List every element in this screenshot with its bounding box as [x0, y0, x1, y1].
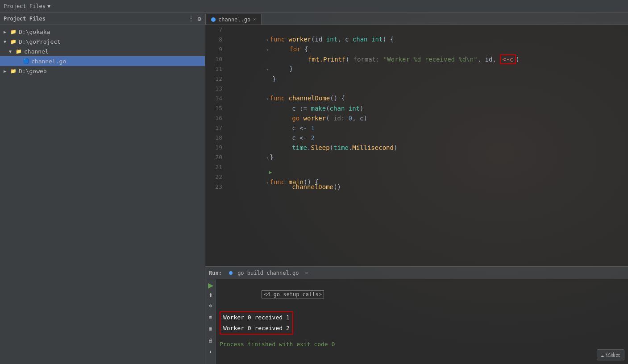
- tree-label-channel-go: channel.go: [31, 58, 66, 65]
- line-num-7: 7: [205, 25, 228, 35]
- run-tab[interactable]: go build channel.go ×: [225, 269, 312, 277]
- console-exit-line: Process finished with exit code 0: [220, 340, 624, 349]
- console-icon-5[interactable]: ⬇: [206, 347, 215, 356]
- sidebar-header-title: Project Files: [4, 16, 46, 22]
- paren-close-10: ): [516, 56, 520, 63]
- top-bar-arrow: ▼: [47, 3, 50, 9]
- line-num-15: 15: [205, 103, 228, 113]
- top-bar: Project Files ▼: [0, 0, 628, 12]
- comma-16: , c): [352, 115, 367, 122]
- highlight-recv: <-c: [500, 54, 516, 64]
- arrow-channel-go: [16, 59, 22, 64]
- line-num-20: 20: [205, 153, 228, 162]
- arrow-channel: ▼: [9, 49, 15, 54]
- fn-channeldome-23: channelDome: [292, 183, 333, 190]
- str-10: "Worker %d received %d\n": [383, 56, 478, 63]
- console-area: <4 go setup calls> Worker 0 received 1 W…: [216, 279, 628, 364]
- brand-text: 亿速云: [606, 352, 620, 358]
- tree-label-goproject: D:\goProject: [19, 38, 61, 45]
- console-output-line-1: Worker 0 received 1: [220, 312, 292, 323]
- line-num-19: 19: [205, 143, 228, 153]
- type-chan-8: chan int: [353, 36, 383, 43]
- paren-8: (: [311, 36, 315, 43]
- brand-logo: ☁: [601, 352, 604, 358]
- run-tab-label: go build channel.go: [237, 270, 299, 276]
- comma-8: , c: [337, 36, 353, 43]
- comma-10: , id,: [478, 56, 500, 63]
- line-num-13: 13: [205, 84, 228, 94]
- arrow-gokaka: ▶: [4, 29, 10, 34]
- settings-icon[interactable]: ⚙: [198, 15, 201, 22]
- file-tree: ▶ 📁 D:\gokaka ▼ 📁 D:\goProject ▼ 📁 chann…: [0, 25, 205, 364]
- line-num-21: 21: [205, 162, 228, 172]
- console-icon-1[interactable]: ⚙: [206, 301, 215, 310]
- method-sleep: Sleep: [311, 144, 329, 151]
- top-bar-title: Project Files: [4, 3, 46, 9]
- type-int-8: int: [326, 36, 337, 43]
- tab-label: channel.go: [218, 17, 250, 23]
- space-10: [379, 56, 383, 63]
- tree-label-channel: channel: [24, 48, 49, 55]
- code-line-12: 12 }: [205, 74, 628, 84]
- arrow-goweb: ▶: [4, 69, 10, 74]
- sidebar: Project Files ⋮ ⚙ ▶ 📁 D:\gokaka ▼ 📁 D:\g…: [0, 12, 205, 364]
- line-num-8: 8: [205, 35, 228, 45]
- folder-icon-gokaka: 📁: [10, 28, 17, 35]
- setup-bracket: <4 go setup calls>: [262, 290, 324, 298]
- builtin-time-19: time: [292, 144, 307, 151]
- label-id-16: id:: [333, 115, 345, 122]
- tree-item-goproject[interactable]: ▼ 📁 D:\goProject: [0, 37, 205, 46]
- tree-label-goweb: D:\goweb: [19, 68, 47, 74]
- bottom-sidebar-icons: ▶ ⬆ ⚙ ≡ ≣ 🖨 ⬇: [205, 279, 216, 364]
- builtin-time2: time: [333, 144, 349, 151]
- branding: ☁ 亿速云: [597, 349, 624, 360]
- line-num-14: 14: [205, 94, 228, 103]
- console-run-btn[interactable]: ▶: [208, 281, 213, 290]
- editor-area: channel.go × 7 8 ▾func worker(id int, c …: [205, 12, 628, 364]
- tab-bar: channel.go ×: [205, 12, 628, 25]
- line-num-16: 16: [205, 113, 228, 123]
- paren-16: (: [326, 115, 333, 122]
- console-icon-3[interactable]: ≣: [206, 324, 215, 333]
- line-num-23: 23: [205, 182, 228, 192]
- line-num-17: 17: [205, 123, 228, 133]
- console-icon-4[interactable]: 🖨: [206, 336, 215, 345]
- run-tab-close[interactable]: ×: [305, 269, 308, 276]
- line-num-11: 11: [205, 64, 228, 74]
- tree-item-gokaka[interactable]: ▶ 📁 D:\gokaka: [0, 27, 205, 37]
- tree-label-gokaka: D:\gokaka: [19, 29, 50, 35]
- line-num-9: 9: [205, 45, 228, 54]
- console-up-btn[interactable]: ⬆: [208, 292, 213, 298]
- paren-open-10: (: [346, 56, 354, 63]
- main-area: Project Files ⋮ ⚙ ▶ 📁 D:\gokaka ▼ 📁 D:\g…: [0, 12, 628, 364]
- arrow-goproject: ▼: [4, 39, 10, 44]
- bottom-panel: Run: go build channel.go × ▶ ⬆ ⚙ ≡ ≣ 🖨 ⬇: [205, 266, 628, 364]
- line-num-10: 10: [205, 54, 228, 64]
- paren-19: (: [330, 144, 333, 151]
- code-editor[interactable]: 7 8 ▾func worker(id int, c chan int) { 9…: [205, 25, 628, 266]
- fn-printf-10: fmt.Printf: [308, 56, 345, 63]
- console-icon-2[interactable]: ≡: [206, 313, 215, 322]
- file-icon-channel-go: 🔵: [22, 58, 29, 65]
- dot2-19: .: [349, 144, 352, 151]
- console-setup-line: <4 go setup calls>: [220, 281, 624, 308]
- sidebar-toolbar: ⋮ ⚙: [188, 15, 201, 22]
- close-brace-12: }: [272, 75, 276, 83]
- line-num-18: 18: [205, 133, 228, 143]
- bottom-content: ▶ ⬆ ⚙ ≡ ≣ 🖨 ⬇ <4 go setup calls> Worker …: [205, 279, 628, 364]
- tab-dot-icon: [211, 17, 216, 22]
- method-ms: Millisecond: [352, 144, 394, 151]
- tree-item-channel[interactable]: ▼ 📁 channel: [0, 46, 205, 56]
- code-line-23: 23 channelDome(): [205, 182, 628, 192]
- console-output-line-2: Worker 0 received 2: [220, 323, 292, 334]
- folder-icon-goweb: 📁: [10, 67, 17, 74]
- tree-item-channel-go[interactable]: 🔵 channel.go: [0, 56, 205, 66]
- tree-item-goweb[interactable]: ▶ 📁 D:\goweb: [0, 66, 205, 76]
- sidebar-header: Project Files ⋮ ⚙: [0, 12, 205, 25]
- close-19: ): [394, 144, 397, 151]
- align-icon[interactable]: ⋮: [188, 15, 194, 22]
- folder-icon-channel: 📁: [15, 48, 22, 55]
- close-brace-11: }: [289, 65, 293, 72]
- editor-tab-channel-go[interactable]: channel.go ×: [205, 14, 262, 25]
- tab-close-btn[interactable]: ×: [253, 17, 256, 22]
